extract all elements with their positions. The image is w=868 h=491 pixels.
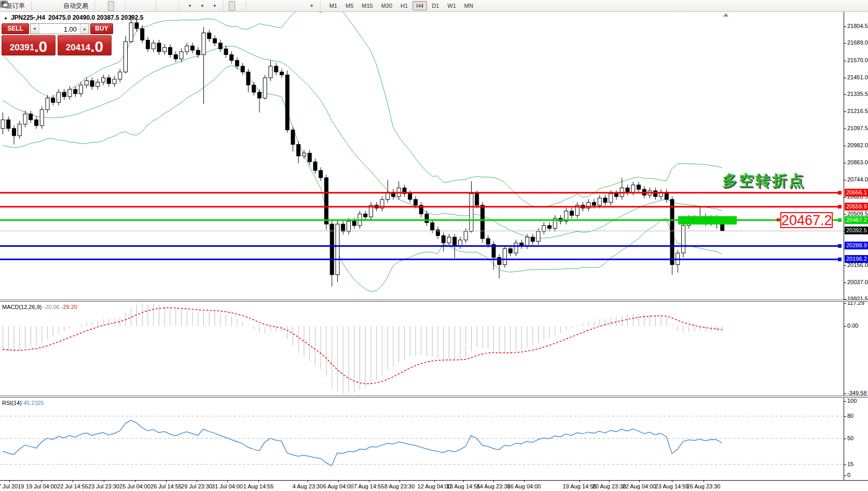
chart-shift-marker[interactable] [723, 13, 728, 17]
profile-button[interactable] [37, 1, 43, 11]
vertical-line-button[interactable] [252, 1, 258, 11]
timeframe-m30[interactable]: M30 [378, 1, 396, 10]
pane-splitter[interactable] [0, 300, 868, 302]
timeframe-m1[interactable]: M1 [326, 1, 341, 10]
auto-scroll-button[interactable] [161, 1, 168, 11]
dropdown-caret: ▼ [188, 4, 192, 8]
time-tick-label: 19 Aug 14:55 [563, 483, 597, 489]
time-tick-mark [463, 481, 464, 482]
time-tick-label: 17 Jul 2019 [0, 483, 24, 489]
candlestick-chart[interactable] [0, 12, 844, 300]
volume-value[interactable]: 1.00 [39, 24, 80, 34]
rsi-chart[interactable] [0, 398, 844, 480]
timeframe-h1[interactable]: H1 [397, 1, 411, 10]
candlestick-chart-button[interactable] [108, 1, 114, 11]
signal-button[interactable] [52, 1, 59, 11]
timeframe-mn[interactable]: MN [461, 1, 477, 10]
equidistant-channel-button[interactable]: E [275, 1, 281, 11]
buy-price-button[interactable]: 20414.0 [58, 35, 112, 55]
indicators-button[interactable]: ▼ [184, 1, 195, 11]
rsi-axis-label: 100 [847, 398, 857, 404]
time-tick-label: 20 Aug 23:30 [593, 483, 626, 489]
timeframe-group: M1M5M15M30H1H4D1W1MN [326, 1, 477, 10]
time-tick-label: 26 Jul 14:55 [150, 483, 182, 489]
crosshair-button[interactable] [237, 1, 243, 11]
timeframe-m15[interactable]: M15 [358, 1, 376, 10]
time-tick-mark [704, 481, 704, 482]
toolbar-separator [320, 2, 323, 10]
periods-button[interactable]: ▼ [197, 1, 208, 11]
dropdown-caret: ▼ [310, 4, 314, 8]
price-tick-label: 21216.5 [847, 108, 868, 114]
volume-decrease-button[interactable]: ▼ [31, 24, 39, 34]
ohlc-values: 20475.0 20490.0 20387.5 20392.5 [48, 14, 144, 21]
bar-chart-button[interactable] [100, 1, 106, 11]
timeframe-w1[interactable]: W1 [444, 1, 460, 10]
macd-chart[interactable] [0, 302, 844, 396]
cursor-button[interactable] [229, 1, 235, 11]
price-axis[interactable]: 21804.521689.021570.021451.021335.521216… [844, 12, 868, 480]
toolbar-separator [31, 2, 34, 10]
arrows-button[interactable]: ▼ [306, 1, 317, 11]
timeframe-m5[interactable]: M5 [342, 1, 357, 10]
timeframe-h4[interactable]: H4 [412, 1, 427, 10]
macd-pane[interactable]: MACD(12,26,9) -20.06 -29.20 [0, 302, 844, 396]
time-tick-label: 26 Aug 23:30 [687, 483, 721, 489]
price-axis-line [844, 12, 844, 480]
text-button[interactable]: A [291, 1, 297, 11]
sell-button[interactable]: SELL [2, 23, 29, 34]
time-tick-label: 8 Aug 23:30 [384, 483, 415, 489]
dropdown-caret: ▼ [200, 4, 204, 8]
time-tick-label: 23 Aug 14:55 [655, 483, 689, 489]
trendline-button[interactable] [267, 1, 273, 11]
time-tick-label: 13 Aug 14:55 [447, 483, 480, 489]
time-tick-mark [434, 481, 435, 482]
time-tick-mark [369, 481, 369, 482]
time-tick-label: 16 Aug 04:00 [507, 483, 541, 489]
time-tick-label: 4 Aug 23:30 [293, 483, 323, 489]
sell-price-base: 20391 [10, 41, 34, 54]
chart-shift-button[interactable] [169, 1, 175, 11]
auto-trading-label: 自动交易 [63, 2, 88, 10]
auto-trading-button[interactable]: 自动交易 [60, 1, 91, 11]
line-chart-button[interactable] [116, 1, 122, 11]
time-tick-mark [104, 481, 104, 482]
time-tick-label: 22 Jul 14:55 [57, 483, 88, 489]
charts-window-button[interactable] [45, 1, 51, 11]
fibonacci-button[interactable]: F [283, 1, 289, 11]
time-tick-mark [338, 481, 339, 482]
symbol-ohlc-line: ▲ JPN225-,H4 20475.0 20490.0 20387.5 203… [4, 14, 143, 21]
time-tick-mark [609, 481, 610, 482]
chat-icon[interactable] [0, 0, 8, 8]
price-tick-label: 20037.0 [847, 279, 868, 285]
buy-button[interactable]: BUY [90, 23, 113, 34]
time-tick-label: 25 Jul 04:00 [119, 483, 150, 489]
bb-middle [3, 46, 722, 239]
templates-button[interactable]: ▼ [209, 1, 220, 11]
tile-windows-button[interactable] [146, 1, 153, 11]
main-chart-pane[interactable] [0, 12, 844, 300]
zoom-in-button[interactable] [131, 1, 137, 11]
callout-anchor-square [777, 218, 780, 221]
time-tick-mark [493, 481, 494, 482]
toolbar-separator [125, 2, 128, 10]
price-badge: 20656.1 [845, 189, 868, 197]
sell-price-button[interactable]: 20391.0 [2, 35, 56, 55]
rsi-axis-label: 15 [847, 461, 853, 467]
turning-point-annotation[interactable]: 多空转折点 [722, 171, 805, 191]
volume-increase-button[interactable]: ▲ [80, 24, 89, 34]
pane-splitter[interactable] [0, 396, 868, 398]
sell-price-pips: .0 [34, 39, 47, 54]
collapse-panel-arrow[interactable]: ▲ [4, 16, 8, 20]
text-label-button[interactable]: T [298, 1, 305, 11]
dropdown-caret: ▼ [213, 4, 217, 8]
rsi-pane[interactable]: RSI(14) 45.2325 [0, 398, 844, 480]
time-tick-mark [639, 481, 640, 482]
price-tick-label: 20744.0 [847, 176, 868, 183]
zoom-out-button[interactable] [139, 1, 145, 11]
horizontal-line-button[interactable] [259, 1, 266, 11]
time-axis[interactable]: 17 Jul 201919 Jul 04:0022 Jul 14:5523 Ju… [0, 480, 868, 491]
timeframe-d1[interactable]: D1 [428, 1, 443, 10]
rsi-axis-label: 50 [847, 435, 853, 441]
price-callout-box[interactable]: 20467.2 [780, 212, 833, 228]
